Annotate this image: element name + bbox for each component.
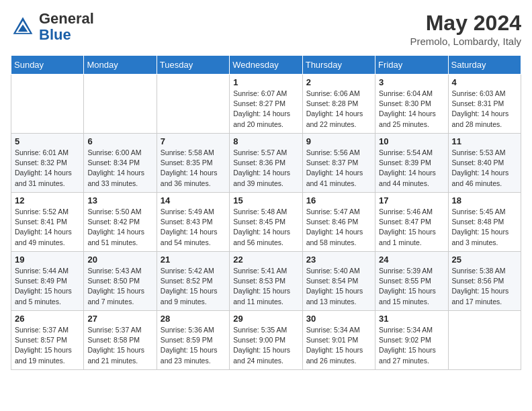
calendar-cell: 7Sunrise: 5:58 AM Sunset: 8:35 PM Daylig… <box>157 134 229 193</box>
day-number: 21 <box>161 255 226 265</box>
day-info: Sunrise: 6:00 AM Sunset: 8:34 PM Dayligh… <box>87 148 152 189</box>
calendar-week-row: 5Sunrise: 6:01 AM Sunset: 8:32 PM Daylig… <box>11 134 521 193</box>
day-info: Sunrise: 5:48 AM Sunset: 8:45 PM Dayligh… <box>233 207 298 248</box>
day-info: Sunrise: 5:35 AM Sunset: 9:00 PM Dayligh… <box>233 325 298 366</box>
calendar-cell: 17Sunrise: 5:46 AM Sunset: 8:47 PM Dayli… <box>375 193 448 252</box>
calendar-cell: 31Sunrise: 5:34 AM Sunset: 9:02 PM Dayli… <box>375 311 448 370</box>
day-number: 9 <box>306 136 371 146</box>
calendar-cell: 27Sunrise: 5:37 AM Sunset: 8:58 PM Dayli… <box>84 311 157 370</box>
day-number: 10 <box>379 136 444 146</box>
day-info: Sunrise: 5:41 AM Sunset: 8:53 PM Dayligh… <box>233 266 298 307</box>
calendar-header-row: SundayMondayTuesdayWednesdayThursdayFrid… <box>11 56 521 75</box>
day-number: 2 <box>306 77 371 87</box>
day-info: Sunrise: 6:07 AM Sunset: 8:27 PM Dayligh… <box>233 89 298 130</box>
day-of-week-header: Friday <box>375 56 448 75</box>
day-info: Sunrise: 5:58 AM Sunset: 8:35 PM Dayligh… <box>161 148 226 189</box>
calendar-cell <box>448 311 521 370</box>
calendar-cell: 29Sunrise: 5:35 AM Sunset: 9:00 PM Dayli… <box>230 311 302 370</box>
calendar-cell: 13Sunrise: 5:50 AM Sunset: 8:42 PM Dayli… <box>84 193 157 252</box>
calendar-week-row: 19Sunrise: 5:44 AM Sunset: 8:49 PM Dayli… <box>11 252 521 311</box>
logo-icon <box>11 15 35 39</box>
day-of-week-header: Monday <box>84 56 157 75</box>
calendar-cell: 4Sunrise: 6:03 AM Sunset: 8:31 PM Daylig… <box>448 75 521 134</box>
calendar-cell: 3Sunrise: 6:04 AM Sunset: 8:30 PM Daylig… <box>375 75 448 134</box>
day-info: Sunrise: 5:54 AM Sunset: 8:39 PM Dayligh… <box>379 148 444 189</box>
day-number: 16 <box>306 195 371 205</box>
day-info: Sunrise: 6:03 AM Sunset: 8:31 PM Dayligh… <box>452 89 517 130</box>
calendar-cell: 22Sunrise: 5:41 AM Sunset: 8:53 PM Dayli… <box>230 252 302 311</box>
day-number: 28 <box>161 314 226 324</box>
day-number: 31 <box>379 314 444 324</box>
day-info: Sunrise: 5:49 AM Sunset: 8:43 PM Dayligh… <box>161 207 226 248</box>
month-title: May 2024 <box>410 11 521 36</box>
day-number: 1 <box>233 77 298 87</box>
calendar-cell: 15Sunrise: 5:48 AM Sunset: 8:45 PM Dayli… <box>230 193 302 252</box>
day-number: 29 <box>233 314 298 324</box>
day-number: 22 <box>233 255 298 265</box>
day-number: 3 <box>379 77 444 87</box>
day-of-week-header: Saturday <box>448 56 521 75</box>
day-info: Sunrise: 5:50 AM Sunset: 8:42 PM Dayligh… <box>87 207 152 248</box>
day-info: Sunrise: 5:37 AM Sunset: 8:57 PM Dayligh… <box>15 325 80 366</box>
calendar-cell <box>84 75 157 134</box>
calendar-week-row: 1Sunrise: 6:07 AM Sunset: 8:27 PM Daylig… <box>11 75 521 134</box>
calendar-cell: 11Sunrise: 5:53 AM Sunset: 8:40 PM Dayli… <box>448 134 521 193</box>
calendar-cell: 9Sunrise: 5:56 AM Sunset: 8:37 PM Daylig… <box>302 134 375 193</box>
calendar-week-row: 26Sunrise: 5:37 AM Sunset: 8:57 PM Dayli… <box>11 311 521 370</box>
calendar-cell: 5Sunrise: 6:01 AM Sunset: 8:32 PM Daylig… <box>11 134 84 193</box>
day-number: 5 <box>15 136 80 146</box>
calendar-cell: 30Sunrise: 5:34 AM Sunset: 9:01 PM Dayli… <box>302 311 375 370</box>
logo-text: General Blue <box>39 11 94 43</box>
location: Premolo, Lombardy, Italy <box>410 36 521 47</box>
day-number: 8 <box>233 136 298 146</box>
day-number: 13 <box>87 195 152 205</box>
calendar-cell: 25Sunrise: 5:38 AM Sunset: 8:56 PM Dayli… <box>448 252 521 311</box>
day-of-week-header: Sunday <box>11 56 84 75</box>
header: General Blue May 2024 Premolo, Lombardy,… <box>11 11 521 47</box>
day-number: 12 <box>15 195 80 205</box>
day-info: Sunrise: 5:46 AM Sunset: 8:47 PM Dayligh… <box>379 207 444 248</box>
calendar-cell: 2Sunrise: 6:06 AM Sunset: 8:28 PM Daylig… <box>302 75 375 134</box>
day-info: Sunrise: 5:34 AM Sunset: 9:01 PM Dayligh… <box>306 325 371 366</box>
day-info: Sunrise: 5:38 AM Sunset: 8:56 PM Dayligh… <box>452 266 517 307</box>
day-number: 7 <box>161 136 226 146</box>
calendar-week-row: 12Sunrise: 5:52 AM Sunset: 8:41 PM Dayli… <box>11 193 521 252</box>
day-number: 6 <box>87 136 152 146</box>
day-info: Sunrise: 5:36 AM Sunset: 8:59 PM Dayligh… <box>161 325 226 366</box>
logo-general: General <box>39 10 94 27</box>
calendar-cell: 6Sunrise: 6:00 AM Sunset: 8:34 PM Daylig… <box>84 134 157 193</box>
day-info: Sunrise: 5:34 AM Sunset: 9:02 PM Dayligh… <box>379 325 444 366</box>
day-info: Sunrise: 5:37 AM Sunset: 8:58 PM Dayligh… <box>87 325 152 366</box>
day-number: 20 <box>87 255 152 265</box>
day-info: Sunrise: 5:43 AM Sunset: 8:50 PM Dayligh… <box>87 266 152 307</box>
day-info: Sunrise: 6:06 AM Sunset: 8:28 PM Dayligh… <box>306 89 371 130</box>
calendar-cell: 24Sunrise: 5:39 AM Sunset: 8:55 PM Dayli… <box>375 252 448 311</box>
day-number: 18 <box>452 195 517 205</box>
calendar-cell: 10Sunrise: 5:54 AM Sunset: 8:39 PM Dayli… <box>375 134 448 193</box>
day-number: 27 <box>87 314 152 324</box>
day-number: 24 <box>379 255 444 265</box>
calendar-cell: 18Sunrise: 5:45 AM Sunset: 8:48 PM Dayli… <box>448 193 521 252</box>
calendar-cell: 21Sunrise: 5:42 AM Sunset: 8:52 PM Dayli… <box>157 252 229 311</box>
day-of-week-header: Thursday <box>302 56 375 75</box>
day-number: 4 <box>452 77 517 87</box>
day-info: Sunrise: 5:56 AM Sunset: 8:37 PM Dayligh… <box>306 148 371 189</box>
calendar-cell: 1Sunrise: 6:07 AM Sunset: 8:27 PM Daylig… <box>230 75 302 134</box>
day-info: Sunrise: 5:40 AM Sunset: 8:54 PM Dayligh… <box>306 266 371 307</box>
day-number: 15 <box>233 195 298 205</box>
day-number: 26 <box>15 314 80 324</box>
day-info: Sunrise: 5:45 AM Sunset: 8:48 PM Dayligh… <box>452 207 517 248</box>
day-number: 30 <box>306 314 371 324</box>
calendar-cell: 14Sunrise: 5:49 AM Sunset: 8:43 PM Dayli… <box>157 193 229 252</box>
day-of-week-header: Tuesday <box>157 56 229 75</box>
day-info: Sunrise: 5:53 AM Sunset: 8:40 PM Dayligh… <box>452 148 517 189</box>
calendar-cell <box>11 75 84 134</box>
calendar-cell <box>157 75 229 134</box>
day-info: Sunrise: 5:57 AM Sunset: 8:36 PM Dayligh… <box>233 148 298 189</box>
calendar-cell: 19Sunrise: 5:44 AM Sunset: 8:49 PM Dayli… <box>11 252 84 311</box>
day-of-week-header: Wednesday <box>230 56 302 75</box>
day-number: 25 <box>452 255 517 265</box>
calendar-cell: 28Sunrise: 5:36 AM Sunset: 8:59 PM Dayli… <box>157 311 229 370</box>
day-info: Sunrise: 6:04 AM Sunset: 8:30 PM Dayligh… <box>379 89 444 130</box>
day-info: Sunrise: 5:44 AM Sunset: 8:49 PM Dayligh… <box>15 266 80 307</box>
